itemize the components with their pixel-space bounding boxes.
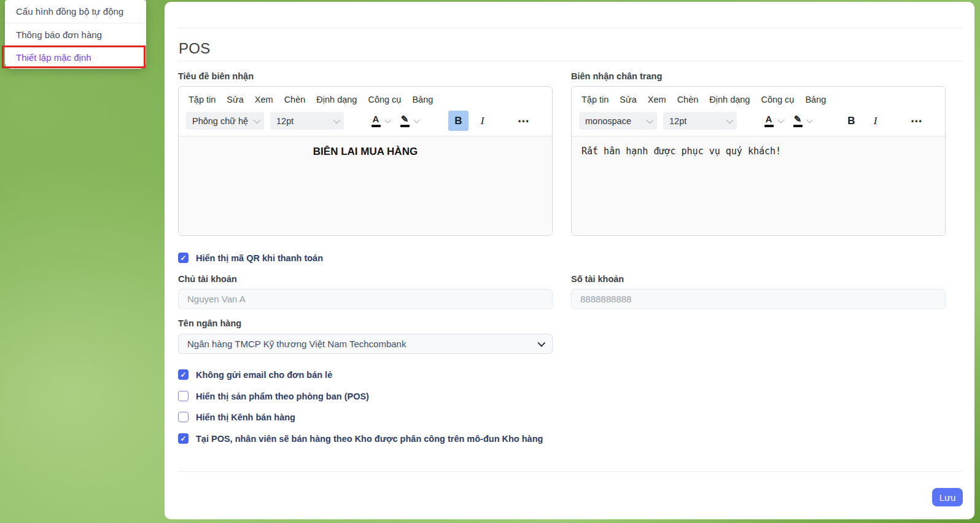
save-button[interactable]: Lưu xyxy=(932,488,963,506)
editor-toolbar: monospace 12pt A ✎ B I xyxy=(572,108,945,136)
receipt-footer-label: Biên nhận chân trang xyxy=(571,71,946,81)
checkbox-unchecked-icon[interactable] xyxy=(178,391,189,401)
show-qr-label: Hiển thị mã QR khi thanh toán xyxy=(196,253,323,263)
highlight-color-swatch xyxy=(400,125,410,127)
italic-button[interactable]: I xyxy=(472,111,492,131)
highlight-color-swatch xyxy=(793,125,803,127)
divider xyxy=(178,61,963,61)
show-sales-channel-checkbox-row[interactable]: Hiển thị Kênh bán hàng xyxy=(178,412,295,422)
receipt-title-editor: Tập tin Sửa Xem Chèn Định dạng Công cụ B… xyxy=(178,86,553,236)
menu-file[interactable]: Tập tin xyxy=(577,92,613,108)
chevron-down-icon xyxy=(254,116,260,123)
highlight-color-button[interactable]: ✎ xyxy=(397,114,412,127)
menu-edit[interactable]: Sửa xyxy=(222,92,248,108)
highlight-color-chevron-icon[interactable] xyxy=(807,117,813,123)
highlight-color-button[interactable]: ✎ xyxy=(790,114,805,127)
checkbox-checked-icon[interactable]: ✓ xyxy=(178,369,189,380)
bold-button[interactable]: B xyxy=(841,111,861,131)
chevron-down-icon xyxy=(647,116,653,123)
menu-file[interactable]: Tập tin xyxy=(184,92,220,108)
font-family-select[interactable]: monospace xyxy=(579,112,657,130)
font-size-select[interactable]: 12pt xyxy=(270,112,344,130)
text-color-chevron-icon[interactable] xyxy=(778,117,784,123)
receipt-footer-content[interactable]: Rất hân hạnh được phục vụ quý khách! xyxy=(572,136,945,235)
receipt-footer-editor: Tập tin Sửa Xem Chèn Định dạng Công cụ B… xyxy=(571,86,946,236)
page-title: POS xyxy=(179,40,211,57)
chevron-down-icon xyxy=(538,339,546,347)
menu-view[interactable]: Xem xyxy=(250,92,278,108)
editor-menubar: Tập tin Sửa Xem Chèn Định dạng Công cụ B… xyxy=(179,87,552,108)
font-size-select[interactable]: 12pt xyxy=(663,112,737,130)
show-qr-checkbox-row[interactable]: ✓ Hiển thị mã QR khi thanh toán xyxy=(178,253,323,263)
menu-insert[interactable]: Chèn xyxy=(672,92,704,108)
menu-edit[interactable]: Sửa xyxy=(615,92,641,108)
text-color-swatch xyxy=(371,125,381,127)
text-color-button[interactable]: A xyxy=(368,114,383,127)
desktop-background: Cấu hình đồng bộ tự động Thông báo đơn h… xyxy=(0,0,980,523)
no-retail-email-checkbox-row[interactable]: ✓ Không gửi email cho đơn bán lẻ xyxy=(178,369,332,380)
account-holder-input[interactable] xyxy=(178,289,553,309)
chevron-down-icon xyxy=(333,116,340,123)
menu-item-auto-sync[interactable]: Cấu hình đồng bộ tự động xyxy=(5,0,146,23)
products-by-department-checkbox-row[interactable]: Hiển thị sản phẩm theo phòng ban (POS) xyxy=(178,391,369,401)
divider xyxy=(178,28,963,28)
account-number-label: Số tài khoản xyxy=(571,274,946,284)
menu-tools[interactable]: Công cụ xyxy=(363,92,406,108)
font-family-select[interactable]: Phông chữ hệ... xyxy=(186,112,264,130)
bank-name-label: Tên ngân hàng xyxy=(178,318,553,328)
menu-view[interactable]: Xem xyxy=(643,92,671,108)
menu-tools[interactable]: Công cụ xyxy=(756,92,799,108)
more-tools-button[interactable]: ••• xyxy=(911,117,923,125)
editor-menubar: Tập tin Sửa Xem Chèn Định dạng Công cụ B… xyxy=(572,87,945,108)
account-number-input[interactable] xyxy=(571,289,946,309)
text-color-button[interactable]: A xyxy=(761,114,776,127)
menu-table[interactable]: Bảng xyxy=(407,92,438,108)
menu-table[interactable]: Bảng xyxy=(800,92,831,108)
menu-insert[interactable]: Chèn xyxy=(279,92,311,108)
bold-button[interactable]: B xyxy=(448,111,469,131)
settings-menu: Cấu hình đồng bộ tự động Thông báo đơn h… xyxy=(5,0,146,69)
checkbox-unchecked-icon[interactable] xyxy=(178,412,189,422)
menu-item-default-settings[interactable]: Thiết lập mặc định xyxy=(5,46,146,68)
text-color-swatch xyxy=(764,125,774,127)
receipt-title-content[interactable]: BIÊN LAI MUA HÀNG xyxy=(179,136,552,235)
menu-format[interactable]: Định dạng xyxy=(311,92,362,108)
warehouse-assignment-checkbox-row[interactable]: ✓ Tại POS, nhân viên sẽ bán hàng theo Kh… xyxy=(178,433,543,444)
menu-format[interactable]: Định dạng xyxy=(704,92,755,108)
account-holder-label: Chủ tài khoản xyxy=(178,274,553,284)
text-color-chevron-icon[interactable] xyxy=(385,117,391,123)
bank-name-select[interactable]: Ngân hàng TMCP Kỹ thương Việt Nam Techco… xyxy=(178,334,553,354)
receipt-title-label: Tiêu đề biên nhận xyxy=(178,71,553,81)
pos-settings-panel: POS Tiêu đề biên nhận Biên nhận chân tra… xyxy=(165,2,974,519)
highlight-color-chevron-icon[interactable] xyxy=(414,117,420,123)
menu-item-order-notification[interactable]: Thông báo đơn hàng xyxy=(5,23,146,45)
editor-toolbar: Phông chữ hệ... 12pt A ✎ B xyxy=(179,108,552,136)
more-tools-button[interactable]: ••• xyxy=(518,117,530,125)
italic-button[interactable]: I xyxy=(865,111,885,131)
checkbox-checked-icon[interactable]: ✓ xyxy=(178,433,189,444)
chevron-down-icon xyxy=(726,116,733,123)
checkbox-checked-icon[interactable]: ✓ xyxy=(178,253,189,263)
divider xyxy=(178,471,963,472)
